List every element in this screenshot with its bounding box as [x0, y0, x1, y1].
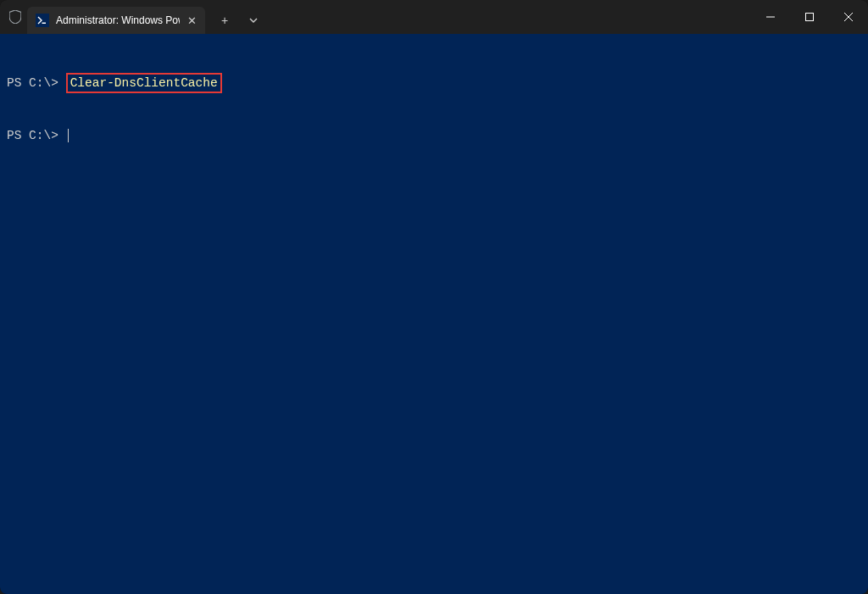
svg-rect-3	[806, 14, 814, 21]
close-icon	[844, 13, 853, 21]
shield-icon	[8, 9, 22, 25]
maximize-button[interactable]	[790, 0, 829, 34]
prompt: PS C:\>	[7, 127, 66, 144]
command-highlight-box: Clear-DnsClientCache	[66, 73, 222, 93]
window-controls	[751, 0, 868, 34]
tab-close-button[interactable]: ✕	[185, 14, 198, 27]
powershell-icon	[36, 14, 49, 27]
terminal-line: PS C:\>	[7, 127, 861, 144]
titlebar: Administrator: Windows Powe ✕ +	[0, 0, 868, 34]
terminal-window: Administrator: Windows Powe ✕ + PS	[0, 0, 868, 594]
new-tab-button[interactable]: +	[210, 7, 239, 34]
prompt: PS C:\>	[7, 75, 66, 92]
tab-actions: +	[205, 0, 268, 34]
tab-powershell[interactable]: Administrator: Windows Powe ✕	[27, 7, 205, 34]
command-text: Clear-DnsClientCache	[70, 76, 218, 90]
minimize-button[interactable]	[751, 0, 790, 34]
terminal-body[interactable]: PS C:\> Clear-DnsClientCache PS C:\>	[0, 34, 868, 594]
tab-dropdown-button[interactable]	[239, 7, 268, 34]
titlebar-left: Administrator: Windows Powe ✕ +	[0, 0, 268, 34]
cursor	[68, 129, 69, 142]
chevron-down-icon	[248, 15, 259, 25]
tab-title: Administrator: Windows Powe	[56, 14, 180, 26]
maximize-icon	[805, 13, 814, 21]
titlebar-drag-region[interactable]	[268, 0, 751, 34]
close-button[interactable]	[829, 0, 868, 34]
terminal-line: PS C:\> Clear-DnsClientCache	[7, 73, 861, 93]
minimize-icon	[766, 13, 775, 21]
svg-rect-0	[36, 15, 48, 25]
